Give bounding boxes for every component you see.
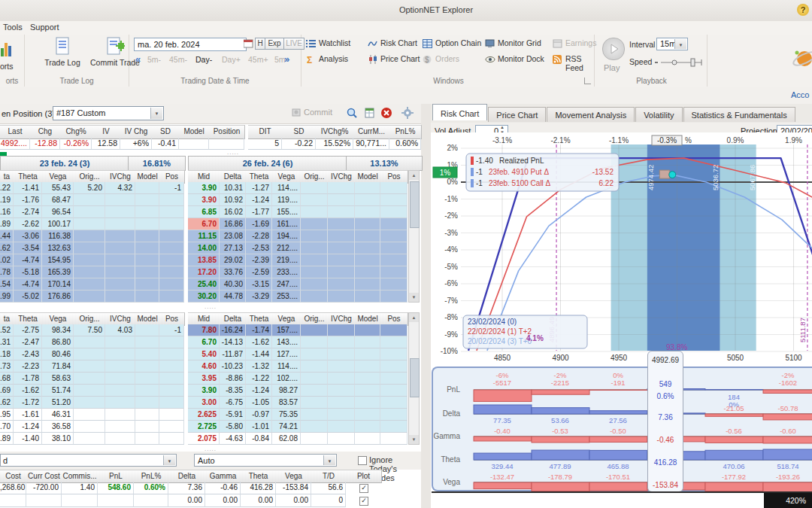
nav-Day-[interactable]: Day- <box>195 55 212 64</box>
option-cell <box>355 360 380 373</box>
trade-log-button[interactable]: Trade Log <box>40 37 85 67</box>
option-cell: 6.85 <box>188 206 220 218</box>
h-button[interactable]: H <box>255 38 265 50</box>
chevron-down-icon[interactable]: ▼ <box>150 108 162 119</box>
gear-icon[interactable] <box>401 107 414 120</box>
account-link[interactable]: Acco <box>791 90 809 99</box>
option-cell: 165.39 <box>42 266 74 278</box>
trade-filter-select[interactable]: d▼ <box>0 454 177 467</box>
summary-value: -0.26% <box>60 138 92 150</box>
step-forward-button[interactable]: » <box>284 53 289 65</box>
option-cell <box>74 360 105 373</box>
speed-slider[interactable] <box>655 57 704 69</box>
scroll-thumb[interactable] <box>410 181 420 228</box>
search-icon[interactable] <box>346 107 358 120</box>
svg-text:477.89: 477.89 <box>549 462 571 470</box>
nav-Day+[interactable]: Day+ <box>222 55 241 64</box>
option-cell: 86.80 <box>42 336 74 348</box>
calendar-icon[interactable] <box>244 38 253 48</box>
scrollbar[interactable]: ▲▼ <box>408 170 420 303</box>
greeks-matrix: PnL-6%-5517-2%-22150%-1911840%-2%-1602De… <box>432 367 812 491</box>
scrollbar[interactable]: ▲▼ <box>408 312 420 445</box>
option-cell: 233.... <box>272 266 301 278</box>
option-cell: -2.47 <box>14 336 42 348</box>
step-back-button[interactable]: « <box>135 53 141 65</box>
option-cell <box>105 230 135 242</box>
export-icon[interactable] <box>364 107 376 120</box>
option-cell: 38.10 <box>42 433 74 445</box>
greeks-bar <box>705 437 763 443</box>
option-cell: -1.24 <box>14 421 42 433</box>
svg-text:-1.40: -1.40 <box>476 157 493 165</box>
option-cell: .89 <box>0 218 14 230</box>
chevron-down-icon[interactable]: ▼ <box>163 455 175 465</box>
rss-icon <box>553 55 563 64</box>
option-cell <box>159 230 184 242</box>
svg-text:-193.26: -193.26 <box>776 473 800 481</box>
mode-select[interactable]: Auto▼ <box>194 454 337 467</box>
live-button[interactable]: LIVE <box>283 38 304 50</box>
tab-movement-analysis[interactable]: Movement Analysis <box>547 107 635 122</box>
nav-5m-[interactable]: 5m- <box>147 55 161 64</box>
option-cell: -10.23 <box>220 360 246 373</box>
windows-dialog-launcher-icon[interactable] <box>584 78 591 84</box>
tab-risk-chart[interactable]: Risk Chart <box>432 104 487 120</box>
windows-item-option-chain[interactable]: Option Chain <box>435 38 481 47</box>
windows-item-analysis[interactable]: Analysis <box>319 54 348 63</box>
ignore-trades-checkbox[interactable] <box>358 456 367 465</box>
open-position-label: en Position (3) <box>2 109 55 118</box>
option-cell <box>380 291 408 303</box>
nav-45m-[interactable]: 45m- <box>169 55 187 64</box>
svg-text:%: % <box>685 136 692 144</box>
option-cell <box>328 230 355 242</box>
scroll-down-icon[interactable]: ▼ <box>409 293 419 302</box>
windows-item-price-chart[interactable]: Price Chart <box>380 54 420 63</box>
option-cell: -1.22 <box>246 373 272 385</box>
option-cell <box>105 433 135 445</box>
windows-item-earnings[interactable]: Earnings <box>565 38 596 47</box>
scroll-up-icon[interactable]: ▲ <box>409 171 419 180</box>
option-cell <box>159 206 184 218</box>
close-icon[interactable] <box>380 107 392 120</box>
help-icon[interactable]: ? <box>797 4 809 16</box>
reports-button-label[interactable]: orts <box>0 62 14 71</box>
windows-item-risk-chart[interactable]: Risk Chart <box>380 38 417 47</box>
svg-text:20/02/2024 (3) T+0: 20/02/2024 (3) T+0 <box>468 337 532 345</box>
menu-support[interactable]: Support <box>30 23 59 32</box>
risk-chart[interactable]: 4896.495111.874943.284974.425036.725067.… <box>431 132 812 367</box>
scroll-up-icon[interactable]: ▲ <box>409 313 419 322</box>
nav-45m+[interactable]: 45m+ <box>248 55 268 64</box>
play-button[interactable] <box>602 38 625 60</box>
exp-button[interactable]: Exp <box>265 38 284 50</box>
reports-icon[interactable] <box>0 39 14 57</box>
totals-value <box>134 494 168 507</box>
option-cell <box>301 291 328 303</box>
windows-item-rss-feed[interactable]: RSS Feed <box>565 54 594 72</box>
plot-checkbox[interactable]: ✓ <box>359 497 368 506</box>
tab-statistics-fundamentals[interactable]: Statistics & Fundamentals <box>683 107 795 122</box>
chevron-down-icon[interactable]: ▼ <box>674 39 686 49</box>
scroll-down-icon[interactable]: ▼ <box>409 435 419 444</box>
menu-tools[interactable]: Tools <box>3 23 23 32</box>
option-cell <box>74 336 105 348</box>
position-select[interactable]: #187 Custom ▼ <box>53 106 164 120</box>
interval-select[interactable]: 15m ▼ <box>656 38 688 50</box>
scroll-thumb[interactable] <box>410 358 420 397</box>
svg-text:5036.72: 5036.72 <box>711 165 720 190</box>
plot-checkbox[interactable]: ✓ <box>359 484 368 493</box>
tab-volatility[interactable]: Volatility <box>635 107 682 122</box>
greeks-bar <box>705 414 763 416</box>
divider <box>432 491 812 493</box>
chevron-down-icon[interactable]: ▼ <box>323 455 335 465</box>
greeks-bar <box>705 450 763 460</box>
trading-date-input[interactable]: ma. 20 feb. 2024 <box>134 38 247 51</box>
windows-item-monitor-grid[interactable]: Monitor Grid <box>498 38 541 47</box>
windows-item-watchlist[interactable]: Watchlist <box>319 38 350 47</box>
option-cell <box>74 409 105 421</box>
windows-item-orders[interactable]: Orders <box>435 54 459 63</box>
grid-icon <box>423 39 433 48</box>
commit-button[interactable]: Commit <box>292 108 332 117</box>
option-cell: .54 <box>0 278 14 291</box>
tab-price-chart[interactable]: Price Chart <box>488 107 546 122</box>
windows-item-monitor-dock[interactable]: Monitor Dock <box>498 54 544 63</box>
